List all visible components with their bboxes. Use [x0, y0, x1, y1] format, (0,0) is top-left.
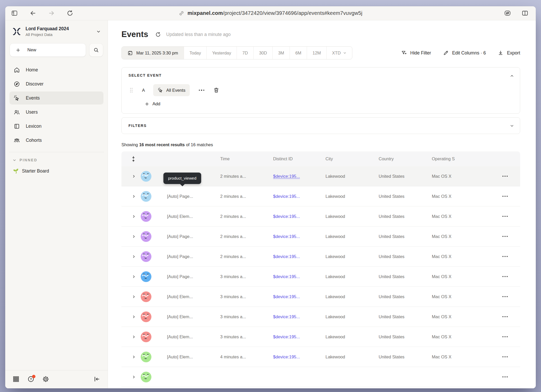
- event-selector-chip[interactable]: All Events: [153, 84, 190, 96]
- event-name-cell[interactable]: [Auto] Elem...: [157, 214, 220, 219]
- event-name-cell[interactable]: [Auto] Elem...: [157, 294, 220, 299]
- row-more-button[interactable]: [502, 236, 508, 237]
- reload-icon[interactable]: [66, 10, 73, 17]
- row-expander[interactable]: [121, 194, 141, 198]
- collapse-all-rows-button[interactable]: [121, 156, 141, 162]
- column-header-country[interactable]: Country: [379, 156, 432, 161]
- distinct-id-link[interactable]: $device:195...: [273, 254, 325, 259]
- distinct-id-link[interactable]: $device:195...: [273, 214, 325, 219]
- date-picker-button[interactable]: Mar 11, 2025 3:30 pm: [122, 47, 184, 59]
- distinct-id-link[interactable]: $device:195...: [273, 194, 325, 199]
- table-row[interactable]: [Auto] Page... 3 minutes a... $device:19…: [121, 267, 520, 287]
- table-row[interactable]: [Auto] Elem... 2 minutes a... $device:19…: [121, 206, 520, 226]
- page-settings-icon[interactable]: [504, 10, 511, 17]
- event-name-cell[interactable]: [Auto] Elem...: [157, 334, 220, 339]
- hide-filter-button[interactable]: Hide Filter: [401, 50, 431, 56]
- sidebar-item-home[interactable]: Home: [9, 63, 103, 76]
- range-30d[interactable]: 30D: [253, 47, 272, 59]
- table-row[interactable]: [Auto] Page... 2 minutes a... $device:19…: [121, 186, 520, 206]
- row-more-button[interactable]: [502, 196, 508, 197]
- row-more-button[interactable]: [502, 356, 508, 358]
- distinct-id-link[interactable]: $device:195...: [273, 334, 325, 339]
- sidebar-item-discover[interactable]: Discover: [9, 77, 103, 90]
- table-row[interactable]: [121, 367, 520, 387]
- forward-icon[interactable]: [48, 10, 55, 17]
- apps-grid-icon[interactable]: [13, 376, 20, 383]
- sidebar-item-starter-board[interactable]: 🌱 Starter Board: [9, 166, 103, 176]
- row-more-button[interactable]: [502, 376, 508, 378]
- help-button[interactable]: ?: [27, 376, 34, 383]
- table-row[interactable]: [Auto] Page... 2 minutes a... $device:19…: [121, 247, 520, 267]
- row-expander[interactable]: [121, 215, 141, 218]
- distinct-id-link[interactable]: $device:195...: [273, 354, 325, 359]
- row-more-button[interactable]: [502, 336, 508, 338]
- search-button[interactable]: [89, 44, 103, 57]
- event-name-cell[interactable]: [Auto] Page...: [157, 254, 220, 259]
- pinned-section-header[interactable]: PINNED: [9, 152, 103, 166]
- row-expander[interactable]: [121, 355, 141, 359]
- row-more-button[interactable]: [502, 276, 508, 277]
- trash-icon[interactable]: [213, 87, 219, 93]
- table-row[interactable]: [Auto] Page... 2 minutes a... $device:19…: [121, 226, 520, 247]
- distinct-id-link[interactable]: $device:195...: [273, 294, 325, 299]
- event-more-button[interactable]: [198, 90, 205, 91]
- new-button[interactable]: New: [10, 44, 86, 57]
- row-expander[interactable]: [121, 335, 141, 339]
- range-3m[interactable]: 3M: [272, 47, 290, 59]
- row-expander[interactable]: [121, 174, 141, 178]
- add-event-button[interactable]: Add: [145, 101, 513, 107]
- row-expander[interactable]: [121, 275, 141, 279]
- split-view-icon[interactable]: [521, 10, 528, 17]
- event-name-cell[interactable]: [Auto] Page...: [157, 194, 220, 199]
- distinct-id-link[interactable]: $device:195...: [273, 314, 325, 319]
- range-yesterday[interactable]: Yesterday: [206, 47, 237, 59]
- sidebar-item-cohorts[interactable]: Cohorts: [9, 134, 103, 147]
- range-12m[interactable]: 12M: [307, 47, 326, 59]
- row-more-button[interactable]: [502, 216, 508, 217]
- event-name-cell[interactable]: [Auto] Elem...: [157, 314, 220, 319]
- event-name-cell[interactable]: [Auto] Page...: [157, 274, 220, 279]
- sidebar-toggle-icon[interactable]: [11, 10, 18, 17]
- column-header-city[interactable]: City: [325, 156, 379, 161]
- drag-handle-icon[interactable]: [130, 87, 133, 93]
- table-row[interactable]: [Auto] Elem... 3 minutes a... $device:19…: [121, 287, 520, 307]
- row-more-button[interactable]: [502, 256, 508, 257]
- row-expander[interactable]: [121, 235, 141, 238]
- refresh-icon[interactable]: [155, 32, 161, 38]
- column-header-time[interactable]: Time: [220, 156, 273, 161]
- row-more-button[interactable]: [502, 316, 508, 317]
- export-button[interactable]: Export: [498, 50, 520, 56]
- filters-panel[interactable]: FILTERS: [121, 117, 520, 134]
- gear-icon[interactable]: [42, 376, 49, 383]
- sidebar-item-lexicon[interactable]: Lexicon: [9, 120, 103, 133]
- row-more-button[interactable]: [502, 296, 508, 297]
- column-header-distinct-id[interactable]: Distinct ID: [273, 156, 325, 161]
- collapse-sidebar-icon[interactable]: [93, 376, 100, 383]
- chevron-down-icon[interactable]: [510, 124, 514, 128]
- row-expander[interactable]: [121, 295, 141, 299]
- url-bar[interactable]: mixpanel.com/project/3472420/view/397469…: [179, 6, 362, 20]
- column-header-os[interactable]: Operating S: [432, 156, 490, 161]
- distinct-id-link[interactable]: $device:195...: [273, 174, 325, 179]
- row-expander[interactable]: [121, 315, 141, 319]
- range-7d[interactable]: 7D: [237, 47, 253, 59]
- sidebar-item-users[interactable]: Users: [9, 106, 103, 119]
- chevron-up-icon[interactable]: [510, 74, 514, 78]
- project-switcher[interactable]: Lord Farquaad 2024 All Project Data: [9, 26, 103, 38]
- range-6m[interactable]: 6M: [290, 47, 307, 59]
- back-icon[interactable]: [29, 10, 36, 17]
- table-row[interactable]: [Auto] Elem... 3 minutes a... $device:19…: [121, 327, 520, 347]
- range-today[interactable]: Today: [184, 47, 206, 59]
- row-expander[interactable]: [121, 375, 141, 379]
- edit-columns-button[interactable]: Edit Columns · 6: [443, 50, 486, 56]
- distinct-id-link[interactable]: $device:195...: [273, 274, 325, 279]
- distinct-id-link[interactable]: $device:195...: [273, 234, 325, 239]
- row-expander[interactable]: [121, 255, 141, 259]
- table-row[interactable]: [Auto] Elem... 3 minutes a... $device:19…: [121, 307, 520, 327]
- range-xtd[interactable]: XTD: [326, 47, 352, 59]
- sidebar-item-events[interactable]: Events: [9, 91, 103, 105]
- event-name-cell[interactable]: [Auto] Elem...: [157, 354, 220, 359]
- event-name-cell[interactable]: [Auto] Page...: [157, 234, 220, 239]
- table-row[interactable]: [Auto] Elem... 4 minutes a... $device:19…: [121, 347, 520, 367]
- row-more-button[interactable]: [502, 176, 508, 177]
